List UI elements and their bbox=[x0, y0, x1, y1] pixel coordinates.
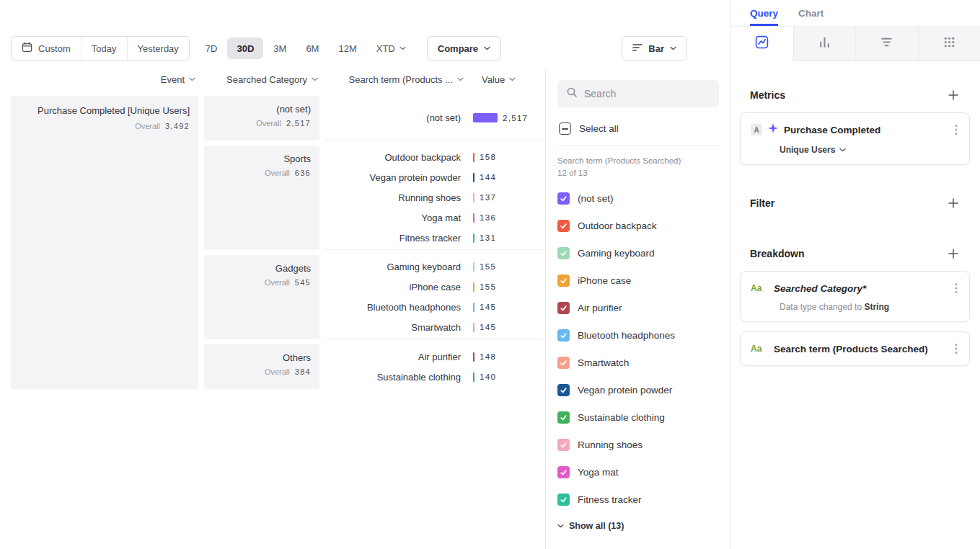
checkbox-checked-icon[interactable] bbox=[557, 384, 570, 396]
chevron-down-icon bbox=[484, 46, 490, 50]
table-row[interactable]: iPhone case155 bbox=[325, 277, 545, 297]
table-row[interactable]: Sustainable clothing140 bbox=[325, 367, 545, 387]
term-label: Air purifier bbox=[325, 352, 469, 362]
column-header-term[interactable]: Search term (Products ... bbox=[325, 74, 469, 85]
search-input[interactable] bbox=[584, 88, 710, 99]
search-box[interactable] bbox=[557, 80, 719, 107]
table-row[interactable]: (not set)2,517 bbox=[325, 108, 545, 128]
tab-insights[interactable] bbox=[731, 27, 793, 61]
overall-label: Overall bbox=[135, 122, 160, 130]
breakdown-card[interactable]: Aa Searched Category* Data type changed … bbox=[740, 271, 970, 322]
term-checkbox-item[interactable]: Running shoes bbox=[557, 431, 719, 458]
tab-query[interactable]: Query bbox=[750, 8, 778, 26]
category-cell[interactable]: OthersOverall384 bbox=[204, 344, 319, 389]
event-cell[interactable]: Purchase Completed [Unique Users] Overal… bbox=[11, 96, 198, 389]
term-checkbox-item[interactable]: (not set) bbox=[557, 184, 719, 212]
checkbox-checked-icon[interactable] bbox=[557, 411, 570, 424]
tab-flows[interactable] bbox=[855, 27, 918, 61]
column-header-value[interactable]: Value bbox=[469, 74, 516, 85]
aggregation-label: Unique Users bbox=[780, 145, 835, 155]
metric-menu-button[interactable] bbox=[952, 122, 961, 137]
term-checkbox-item[interactable]: iPhone case bbox=[557, 267, 719, 294]
term-checkbox-item[interactable]: Fitness tracker bbox=[557, 486, 719, 513]
category-cell[interactable]: (not set)Overall2,517 bbox=[204, 96, 319, 140]
term-rows: (not set)2,517 bbox=[325, 96, 545, 140]
term-checkbox-item[interactable]: Vegan protein powder bbox=[557, 376, 719, 403]
term-checkbox-item[interactable]: Outdoor backpack bbox=[557, 212, 719, 239]
checkbox-checked-icon[interactable] bbox=[557, 329, 570, 342]
value-bar bbox=[473, 213, 474, 223]
checkbox-checked-icon[interactable] bbox=[557, 494, 570, 506]
value-bar bbox=[473, 262, 474, 272]
table-row[interactable]: Air purifier148 bbox=[325, 347, 545, 367]
value-bar bbox=[473, 113, 498, 122]
term-checkbox-item[interactable]: Bluetooth headphones bbox=[557, 321, 719, 349]
value-bar bbox=[473, 173, 474, 182]
table-row[interactable]: Fitness tracker131 bbox=[325, 228, 545, 248]
metric-aggregation-dropdown[interactable]: Unique Users bbox=[780, 145, 961, 155]
table-row[interactable]: Smartwatch145 bbox=[325, 317, 545, 337]
checkbox-checked-icon[interactable] bbox=[557, 302, 570, 314]
checkbox-checked-icon[interactable] bbox=[557, 466, 570, 478]
column-header-event[interactable]: Event bbox=[11, 74, 198, 85]
term-checkbox-item[interactable]: Air purifier bbox=[557, 294, 719, 321]
add-metric-button[interactable] bbox=[945, 87, 961, 103]
add-filter-button[interactable] bbox=[945, 195, 961, 211]
range-6m-button[interactable]: 6M bbox=[296, 37, 328, 59]
checkbox-checked-icon[interactable] bbox=[557, 357, 570, 369]
value-bar bbox=[473, 352, 474, 362]
metric-card[interactable]: A Purchase Completed Unique Users bbox=[740, 112, 970, 165]
term-checkbox-item[interactable]: Yoga mat bbox=[557, 458, 719, 486]
value-cell: 155 bbox=[469, 262, 496, 272]
checkbox-checked-icon[interactable] bbox=[557, 247, 570, 259]
main-area: Custom Today Yesterday 7D30D3M6M12M XTD … bbox=[0, 0, 730, 549]
chart-type-button[interactable]: Bar bbox=[622, 36, 687, 61]
table-row[interactable]: Vegan protein powder144 bbox=[325, 167, 545, 187]
xtd-button[interactable]: XTD bbox=[367, 37, 415, 59]
checkbox-checked-icon[interactable] bbox=[557, 192, 570, 205]
value-label: 158 bbox=[480, 153, 496, 161]
checkbox-checked-icon[interactable] bbox=[557, 439, 570, 451]
column-header-category[interactable]: Searched Category bbox=[204, 74, 319, 85]
table-row[interactable]: Running shoes137 bbox=[325, 187, 545, 207]
metric-card-row: A Purchase Completed bbox=[751, 122, 961, 137]
add-breakdown-button[interactable] bbox=[945, 246, 961, 262]
table-row[interactable]: Bluetooth headphones145 bbox=[325, 297, 545, 317]
compare-button[interactable]: Compare bbox=[427, 36, 501, 61]
tab-funnels[interactable] bbox=[793, 27, 856, 61]
table-row[interactable]: Outdoor backpack158 bbox=[325, 147, 545, 167]
chart-type-label: Bar bbox=[648, 43, 664, 54]
checkbox-checked-icon[interactable] bbox=[557, 220, 570, 232]
filter-title: Filter bbox=[750, 197, 774, 209]
today-button[interactable]: Today bbox=[81, 37, 127, 60]
select-all-row[interactable]: Select all bbox=[559, 122, 718, 135]
table-row[interactable]: Yoga mat136 bbox=[325, 207, 545, 228]
term-checkbox-item[interactable]: Sustainable clothing bbox=[557, 403, 719, 431]
category-cell[interactable]: SportsOverall636 bbox=[204, 146, 319, 250]
breakdown-card[interactable]: Aa Search term (Products Searched) bbox=[740, 331, 970, 366]
value-bar bbox=[473, 153, 474, 162]
range-7d-button[interactable]: 7D bbox=[196, 37, 227, 59]
breakdown-menu-button[interactable] bbox=[952, 281, 961, 295]
range-3m-button[interactable]: 3M bbox=[264, 37, 296, 59]
query-panel: Query Chart bbox=[730, 0, 980, 549]
breakdown-menu-button[interactable] bbox=[952, 342, 961, 356]
checkbox-checked-icon[interactable] bbox=[557, 274, 570, 287]
term-checkbox-item[interactable]: Smartwatch bbox=[557, 349, 719, 376]
select-all-checkbox-indeterminate-icon[interactable] bbox=[559, 122, 571, 135]
overall-label: Overall bbox=[256, 119, 281, 128]
value-label: 144 bbox=[480, 173, 496, 182]
custom-range-button[interactable]: Custom bbox=[12, 37, 81, 60]
table-row[interactable]: Gaming keyboard155 bbox=[325, 256, 545, 277]
chevron-down-icon bbox=[399, 46, 406, 50]
tab-chart[interactable]: Chart bbox=[798, 8, 824, 26]
show-all-button[interactable]: Show all (13) bbox=[557, 513, 719, 539]
tab-retention[interactable] bbox=[918, 27, 980, 61]
value-cell: 136 bbox=[469, 213, 496, 223]
range-30d-button[interactable]: 30D bbox=[227, 37, 263, 59]
term-checkbox-item[interactable]: Gaming keyboard bbox=[557, 239, 719, 267]
category-cell[interactable]: GadgetsOverall545 bbox=[204, 255, 319, 339]
yesterday-button[interactable]: Yesterday bbox=[127, 37, 189, 60]
value-bar bbox=[473, 303, 474, 312]
range-12m-button[interactable]: 12M bbox=[329, 37, 366, 59]
